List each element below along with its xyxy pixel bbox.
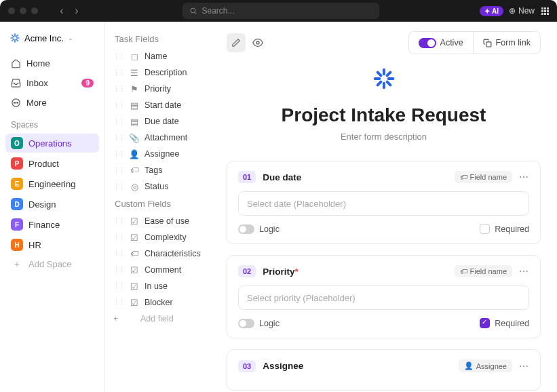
space-letter-icon: D — [11, 198, 23, 210]
minimize-dot-icon[interactable] — [20, 7, 26, 14]
field-number: 02 — [238, 265, 256, 277]
space-item-engineering[interactable]: E Engineering — [5, 174, 99, 193]
sidebar-item-home[interactable]: Home — [5, 54, 99, 73]
checkbox-icon: ☑ — [130, 298, 139, 307]
custom-field-blocker[interactable]: ⋮⋮☑Blocker — [108, 294, 208, 311]
svg-point-13 — [17, 102, 18, 103]
text-icon: ◻ — [130, 52, 139, 61]
task-field-attachment[interactable]: ⋮⋮📎Attachment — [108, 130, 208, 146]
svg-rect-15 — [486, 41, 491, 46]
space-item-product[interactable]: P Product — [5, 154, 99, 173]
field-more-button[interactable]: ⋯ — [519, 172, 529, 182]
apps-grid-icon[interactable] — [541, 7, 549, 15]
task-field-due-date[interactable]: ⋮⋮▤Due date — [108, 113, 208, 130]
close-dot-icon[interactable] — [8, 7, 15, 14]
form-field-assignee[interactable]: 03 Assignee 👤Assignee ⋯ — [227, 349, 541, 391]
sidebar-item-inbox[interactable]: Inbox 9 — [5, 74, 99, 92]
status-icon: ◎ — [130, 182, 139, 191]
space-item-design[interactable]: D Design — [5, 195, 99, 214]
logic-label: Logic — [259, 319, 280, 328]
preview-mode-button[interactable] — [248, 33, 267, 52]
canvas-toolbar: Active Form link — [227, 31, 541, 54]
field-label: Comment — [145, 265, 181, 275]
field-name-chip[interactable]: 🏷Field name — [455, 265, 512, 277]
attachment-icon: 📎 — [130, 133, 139, 142]
drag-handle-icon[interactable]: ⋮⋮ — [113, 267, 124, 273]
field-label: In use — [145, 281, 168, 291]
sidebar-item-label: Inbox — [26, 78, 48, 88]
drag-handle-icon[interactable]: ⋮⋮ — [113, 250, 124, 257]
logic-toggle[interactable]: Logic — [238, 224, 280, 234]
field-label: Tags — [145, 165, 162, 175]
form-field-priority[interactable]: 02 Priority* 🏷Field name ⋯ Select priori… — [227, 255, 541, 338]
add-field-button[interactable]: +Add field — [108, 311, 208, 327]
drag-handle-icon[interactable]: ⋮⋮ — [113, 299, 124, 306]
drag-handle-icon[interactable]: ⋮⋮ — [113, 218, 124, 224]
inbox-icon — [11, 78, 21, 88]
custom-field-ease-of-use[interactable]: ⋮⋮☑Ease of use — [108, 213, 208, 229]
drag-handle-icon[interactable]: ⋮⋮ — [113, 283, 124, 290]
field-name-chip[interactable]: 🏷Field name — [455, 171, 512, 183]
add-space-button[interactable]: + Add Space — [5, 256, 99, 273]
back-button[interactable]: ‹ — [56, 5, 68, 17]
checkbox-checked-icon — [480, 318, 490, 328]
task-field-description[interactable]: ⋮⋮☰Description — [108, 64, 208, 81]
task-field-assignee[interactable]: ⋮⋮👤Assignee — [108, 146, 208, 162]
custom-field-comment[interactable]: ⋮⋮☑Comment — [108, 262, 208, 278]
sidebar-item-more[interactable]: More — [5, 94, 99, 112]
drag-handle-icon[interactable]: ⋮⋮ — [113, 234, 124, 241]
date-input[interactable]: Select date (Placeholder) — [238, 191, 529, 216]
custom-field-characteristics[interactable]: ⋮⋮🏷Characteristics — [108, 246, 208, 262]
new-button[interactable]: ⊕ New — [509, 6, 535, 16]
field-label: Complexity — [145, 233, 187, 242]
task-field-status[interactable]: ⋮⋮◎Status — [108, 178, 208, 195]
space-item-hr[interactable]: H HR — [5, 235, 99, 254]
drag-handle-icon[interactable]: ⋮⋮ — [113, 102, 124, 109]
drag-handle-icon[interactable]: ⋮⋮ — [113, 167, 124, 174]
form-field-due-date[interactable]: 01 Due date 🏷Field name ⋯ Select date (P… — [227, 161, 541, 244]
field-more-button[interactable]: ⋯ — [519, 361, 529, 372]
drag-handle-icon[interactable]: ⋮⋮ — [113, 151, 124, 157]
drag-handle-icon[interactable]: ⋮⋮ — [113, 134, 124, 141]
ai-badge[interactable]: ✦ AI — [480, 6, 503, 16]
workspace-switcher[interactable]: Acme Inc. ⌄ — [5, 30, 99, 46]
eye-icon — [252, 37, 263, 48]
drag-handle-icon[interactable]: ⋮⋮ — [113, 183, 124, 190]
sparkle-icon: ✦ — [484, 7, 490, 15]
edit-mode-button[interactable] — [227, 33, 246, 52]
field-label: Start date — [145, 100, 181, 110]
form-title[interactable]: Project Intake Request — [227, 104, 541, 126]
svg-line-7 — [16, 39, 18, 41]
required-checkbox[interactable]: Required — [480, 224, 529, 234]
task-field-priority[interactable]: ⋮⋮⚑Priority — [108, 81, 208, 97]
active-toggle[interactable]: Active — [409, 32, 473, 54]
field-more-button[interactable]: ⋯ — [519, 266, 529, 277]
required-checkbox[interactable]: Required — [480, 318, 529, 328]
maximize-dot-icon[interactable] — [31, 7, 38, 14]
custom-field-complexity[interactable]: ⋮⋮☑Complexity — [108, 229, 208, 246]
space-item-finance[interactable]: F Finance — [5, 215, 99, 234]
assignee-chip[interactable]: 👤Assignee — [459, 359, 512, 372]
form-link-button[interactable]: Form link — [473, 32, 540, 54]
space-letter-icon: E — [11, 178, 23, 190]
task-field-tags[interactable]: ⋮⋮🏷Tags — [108, 162, 208, 178]
space-item-operations[interactable]: O Operations — [5, 134, 99, 153]
priority-select[interactable]: Select priority (Placeholder) — [238, 286, 529, 310]
search-input[interactable]: Search... — [183, 3, 379, 19]
drag-handle-icon[interactable]: ⋮⋮ — [113, 53, 124, 60]
window-controls[interactable] — [8, 7, 38, 14]
form-description-placeholder[interactable]: Enter form description — [227, 132, 541, 142]
svg-point-0 — [191, 8, 195, 13]
tag-icon: 🏷 — [130, 249, 139, 258]
space-letter-icon: H — [11, 239, 23, 251]
drag-handle-icon[interactable]: ⋮⋮ — [113, 118, 124, 125]
drag-handle-icon[interactable]: ⋮⋮ — [113, 69, 124, 76]
logic-toggle[interactable]: Logic — [238, 319, 280, 328]
forward-button[interactable]: › — [71, 5, 83, 17]
ai-label: AI — [492, 7, 499, 15]
custom-field-in-use[interactable]: ⋮⋮☑In use — [108, 278, 208, 294]
drag-handle-icon[interactable]: ⋮⋮ — [113, 85, 124, 92]
task-field-start-date[interactable]: ⋮⋮▤Start date — [108, 97, 208, 113]
task-field-name[interactable]: ⋮⋮◻Name — [108, 48, 208, 64]
input-placeholder: Select priority (Placeholder) — [247, 293, 356, 303]
